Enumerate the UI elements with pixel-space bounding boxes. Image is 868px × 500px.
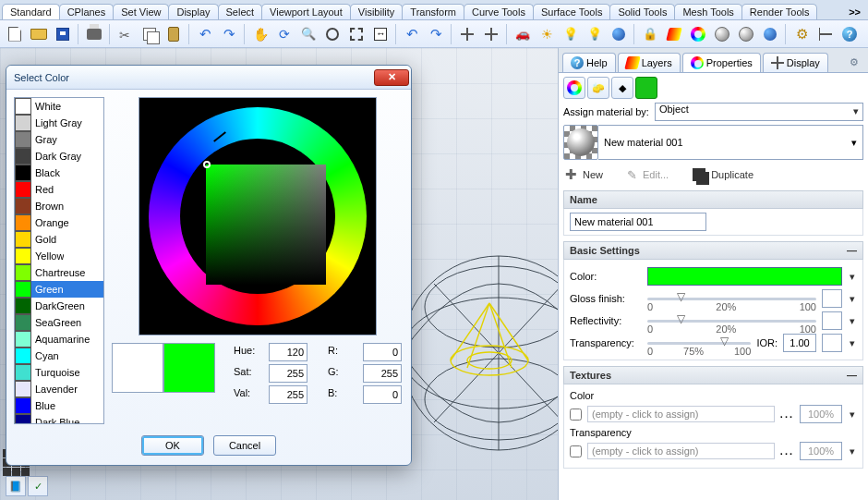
four-viewports-button[interactable]	[456, 23, 478, 45]
color-item-brown[interactable]: Brown	[15, 198, 103, 214]
dialog-close-button[interactable]	[374, 69, 409, 86]
tab-solid-tools[interactable]: Solid Tools	[609, 4, 675, 19]
b-input[interactable]	[363, 385, 402, 404]
light-button[interactable]	[584, 23, 606, 45]
confirm-button[interactable]: ✓	[28, 476, 48, 496]
color-item-turquoise[interactable]: Turquoise	[15, 364, 103, 381]
assign-material-dropdown[interactable]: Object	[655, 103, 863, 121]
material-edit-button[interactable]: ✎Edit...	[627, 168, 669, 182]
paste-button[interactable]	[163, 23, 185, 45]
color-list[interactable]: WhiteLight GrayGrayDark GrayBlackRedBrow…	[14, 97, 104, 424]
color-item-yellow[interactable]: Yellow	[15, 248, 103, 264]
zoom-selected-button[interactable]	[345, 23, 368, 45]
spotlight-button[interactable]	[560, 23, 582, 45]
options-button[interactable]	[790, 23, 813, 45]
shade-torus-button[interactable]	[711, 23, 733, 45]
named-views-button[interactable]	[512, 23, 534, 45]
val-input[interactable]	[269, 385, 307, 404]
rotate-view-button[interactable]	[273, 23, 295, 45]
help-button[interactable]	[838, 23, 861, 45]
tab-mesh-tools[interactable]: Mesh Tools	[674, 4, 741, 19]
open-file-button[interactable]	[28, 23, 50, 45]
zoom-dynamic-button[interactable]	[297, 23, 319, 45]
zoom-extents-button[interactable]	[369, 23, 392, 45]
tab-curve-tools[interactable]: Curve Tools	[464, 4, 534, 19]
tab-surface-tools[interactable]: Surface Tools	[533, 4, 610, 19]
tab-set-view[interactable]: Set View	[113, 4, 169, 19]
tab-select[interactable]: Select	[218, 4, 263, 19]
texture-transp-checkbox[interactable]	[570, 445, 582, 457]
texture-transp-slot[interactable]: (empty - click to assign)	[587, 443, 775, 459]
tab-transform[interactable]: Transform	[402, 4, 464, 19]
reflect-slider[interactable]: 020%100	[647, 312, 816, 329]
material-name-input[interactable]	[570, 213, 706, 231]
color-item-chartreuse[interactable]: Chartreuse	[15, 264, 103, 281]
reflect-color-button[interactable]	[822, 311, 842, 330]
collapse-textures-icon[interactable]: —	[847, 370, 857, 381]
color-item-cyan[interactable]: Cyan	[15, 348, 103, 364]
pan-button[interactable]	[249, 23, 271, 45]
sat-input[interactable]	[269, 364, 307, 383]
texture-tab-icon[interactable]: 🧽	[587, 77, 609, 99]
texture-color-slot[interactable]: (empty - click to assign)	[587, 406, 775, 422]
hue-input[interactable]	[269, 343, 307, 361]
layers-button[interactable]	[663, 23, 685, 45]
g-input[interactable]	[363, 364, 402, 383]
material-selector[interactable]: New material 001	[598, 125, 863, 160]
color-item-gold[interactable]: Gold	[15, 231, 103, 248]
environment-tab-icon[interactable]: ◆	[611, 77, 633, 99]
r-input[interactable]	[363, 343, 402, 361]
cancel-button[interactable]: Cancel	[213, 435, 276, 456]
color-item-red[interactable]: Red	[15, 181, 103, 198]
ok-button[interactable]: OK	[141, 435, 204, 456]
color-item-green[interactable]: Green	[15, 281, 103, 298]
color-item-black[interactable]: Black	[15, 165, 103, 181]
tab-display[interactable]: Display	[168, 4, 218, 19]
material-color-dropdown[interactable]: ▾	[848, 271, 857, 283]
color-item-gray[interactable]: Gray	[15, 131, 103, 148]
ior-input[interactable]	[783, 334, 816, 352]
object-tree-button[interactable]	[814, 23, 837, 45]
save-file-button[interactable]	[52, 23, 74, 45]
color-item-white[interactable]: White	[15, 98, 103, 115]
texture-color-browse[interactable]: ...	[780, 409, 794, 420]
gloss-color-button[interactable]	[822, 289, 842, 308]
redo-button[interactable]	[218, 23, 240, 45]
copy-button[interactable]	[139, 23, 161, 45]
print-button[interactable]	[83, 23, 105, 45]
properties-button[interactable]	[687, 23, 709, 45]
transparency-slider[interactable]: 075%100	[647, 335, 751, 351]
zoom-window-button[interactable]	[321, 23, 344, 45]
new-file-button[interactable]	[4, 23, 26, 45]
panel-tab-properties[interactable]: Properties	[682, 53, 761, 72]
material-thumbnail[interactable]	[563, 125, 598, 160]
shade-sphere1-button[interactable]	[735, 23, 757, 45]
tabs-overflow-button[interactable]: >>	[843, 5, 866, 19]
material-tab-icon[interactable]	[563, 77, 585, 99]
record-history-button[interactable]: 📘	[6, 476, 26, 496]
shade-sphere2-button[interactable]	[759, 23, 781, 45]
sun-button[interactable]	[536, 23, 558, 45]
color-item-dark-gray[interactable]: Dark Gray	[15, 148, 103, 165]
green-swatch-icon[interactable]	[635, 77, 657, 99]
gloss-slider[interactable]: 020%100	[647, 290, 816, 307]
color-item-blue[interactable]: Blue	[15, 397, 103, 414]
name-section-header[interactable]: Name	[563, 190, 863, 209]
undo-view-button[interactable]	[401, 23, 423, 45]
color-item-dark-blue[interactable]: Dark Blue	[15, 414, 103, 424]
tab-cplanes[interactable]: CPlanes	[59, 4, 115, 19]
panel-tab-display[interactable]: Display	[763, 53, 828, 72]
panel-tab-layers[interactable]: Layers	[618, 53, 681, 72]
color-item-aquamarine[interactable]: Aquamarine	[15, 331, 103, 348]
tab-viewport-layout[interactable]: Viewport Layout	[261, 4, 351, 19]
color-item-darkgreen[interactable]: DarkGreen	[15, 298, 103, 314]
collapse-basic-icon[interactable]: —	[847, 245, 857, 256]
color-item-light-gray[interactable]: Light Gray	[15, 115, 103, 131]
cut-button[interactable]	[115, 23, 137, 45]
redo-view-button[interactable]	[425, 23, 447, 45]
hide-button[interactable]	[639, 23, 661, 45]
dialog-titlebar[interactable]: Select Color	[6, 66, 411, 90]
transp-color-button[interactable]	[822, 334, 842, 352]
texture-transp-browse[interactable]: ...	[780, 445, 794, 457]
texture-color-checkbox[interactable]	[570, 409, 582, 421]
